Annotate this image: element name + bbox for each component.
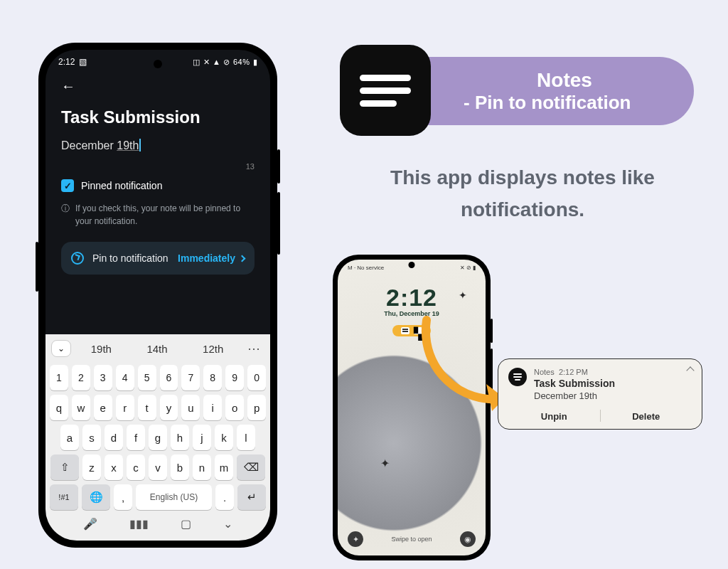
wifi-icon: ▲	[213, 58, 220, 66]
backspace-key[interactable]: ⌫	[237, 454, 265, 480]
key-q[interactable]: q	[50, 395, 68, 420]
mic-icon[interactable]: 🎤	[83, 517, 97, 531]
notif-time: 2:12 PM	[559, 368, 588, 376]
period-key[interactable]: .	[215, 484, 234, 510]
key-w[interactable]: w	[72, 395, 90, 420]
nav-home-icon[interactable]: ▢	[181, 517, 191, 531]
notif-body: December 19th	[534, 390, 692, 401]
key-g[interactable]: g	[149, 425, 167, 450]
phone-mockup-lockscreen: M · No service ✕ ⊘ ▮ 2:12 Thu, December …	[333, 255, 491, 560]
key-t[interactable]: t	[138, 395, 156, 420]
status-app-icon: ▧	[79, 57, 87, 67]
notif-app-name: Notes	[534, 368, 555, 376]
key-n[interactable]: n	[193, 454, 211, 480]
key-a[interactable]: a	[60, 425, 79, 450]
keyboard-hide-icon[interactable]: ⌄	[223, 517, 232, 531]
key-0[interactable]: 0	[247, 365, 266, 390]
header-pill: Notes - Pin to notification	[395, 57, 694, 125]
key-row-1: qwertyuiop	[46, 393, 270, 422]
key-o[interactable]: o	[225, 395, 244, 420]
nav-recents-icon[interactable]: ▮▮▮	[129, 517, 149, 531]
battery-text: 64%	[233, 58, 250, 66]
pinned-helper-text: If you check this, your note will be pin…	[75, 202, 255, 228]
shift-key[interactable]: ⇧	[50, 454, 79, 480]
unpin-button[interactable]: Unpin	[508, 410, 600, 422]
lock-time: 2:12	[338, 284, 486, 312]
pin-to-notification-row[interactable]: Pin to notification Immediately	[61, 242, 255, 275]
key-d[interactable]: d	[105, 425, 123, 450]
note-title-input[interactable]: Task Submission	[61, 107, 255, 127]
info-icon: ⓘ	[61, 202, 70, 228]
notif-app-icon	[508, 368, 527, 386]
space-key[interactable]: English (US)	[136, 484, 212, 510]
char-count: 13	[61, 162, 255, 171]
key-row-numbers: 1234567890	[46, 363, 270, 393]
header-title: Notes	[464, 69, 694, 92]
key-6[interactable]: 6	[160, 365, 178, 390]
key-e[interactable]: e	[94, 395, 112, 420]
sparkle-icon: ✦	[380, 457, 390, 470]
lock-status-icons: ✕ ⊘ ▮	[460, 265, 476, 271]
suggestion-3[interactable]: 12th	[187, 343, 239, 355]
suggestions-more-icon[interactable]: ⋯	[243, 341, 264, 356]
comma-key[interactable]: ,	[114, 484, 132, 510]
status-time: 2:12	[58, 57, 75, 67]
key-row-2: asdfghjkl	[46, 422, 270, 452]
phone-mockup-editor: 2:12 ▧ ◫ ✕ ▲ ⊘ 64% ▮ ← Task Submission D…	[38, 43, 277, 548]
key-1[interactable]: 1	[50, 365, 68, 390]
key-r[interactable]: r	[116, 395, 134, 420]
key-j[interactable]: j	[193, 425, 211, 450]
key-7[interactable]: 7	[181, 365, 200, 390]
notif-title: Task Submission	[534, 378, 692, 389]
mute-icon: ✕	[203, 58, 210, 67]
key-9[interactable]: 9	[225, 365, 244, 390]
key-h[interactable]: h	[171, 425, 189, 450]
delete-button[interactable]: Delete	[601, 410, 692, 422]
pin-row-value: Immediately	[178, 252, 235, 264]
key-s[interactable]: s	[82, 425, 101, 450]
tagline-text: This app displays notes like notificatio…	[355, 162, 690, 226]
symbols-key[interactable]: !#1	[50, 484, 78, 510]
clock-icon	[71, 252, 84, 265]
key-f[interactable]: f	[127, 425, 145, 450]
camera-button[interactable]: ◉	[460, 531, 476, 547]
key-l[interactable]: l	[237, 425, 255, 450]
key-k[interactable]: k	[215, 425, 233, 450]
pinned-checkbox-label: Pinned notification	[81, 180, 162, 191]
lockscreen-notif-chip[interactable]: ▚	[392, 325, 431, 336]
pin-row-label: Pin to notification	[92, 252, 169, 264]
key-5[interactable]: 5	[138, 365, 156, 390]
header-subtitle: - Pin to notification	[464, 92, 694, 114]
lock-date: Thu, December 19	[338, 310, 486, 317]
key-c[interactable]: c	[127, 454, 145, 480]
key-v[interactable]: v	[149, 454, 167, 480]
notification-card[interactable]: Notes 2:12 PM Task Submission December 1…	[498, 358, 702, 430]
soft-keyboard[interactable]: ⌄ 19th 14th 12th ⋯ 1234567890 qwertyuiop…	[46, 334, 270, 541]
key-4[interactable]: 4	[116, 365, 134, 390]
enter-key[interactable]: ↵	[237, 484, 266, 510]
back-arrow-icon[interactable]: ←	[61, 78, 75, 94]
suggestion-2[interactable]: 14th	[132, 343, 183, 355]
key-i[interactable]: i	[203, 395, 222, 420]
flashlight-button[interactable]: ✦	[348, 531, 363, 547]
dnd-icon: ⊘	[223, 58, 230, 67]
suggestion-1[interactable]: 19th	[75, 343, 127, 355]
key-2[interactable]: 2	[72, 365, 90, 390]
key-z[interactable]: z	[82, 454, 101, 480]
key-row-3: ⇧ zxcvbnm ⌫	[46, 452, 270, 482]
globe-key[interactable]: 🌐	[82, 484, 110, 510]
key-u[interactable]: u	[181, 395, 200, 420]
note-body-input[interactable]: December 19th	[61, 139, 255, 152]
key-y[interactable]: y	[160, 395, 178, 420]
key-b[interactable]: b	[171, 454, 189, 480]
notes-mini-icon	[401, 327, 410, 334]
key-x[interactable]: x	[105, 454, 123, 480]
key-3[interactable]: 3	[94, 365, 112, 390]
key-m[interactable]: m	[215, 454, 233, 480]
pinned-checkbox[interactable]: ✓	[61, 179, 74, 192]
key-p[interactable]: p	[247, 395, 266, 420]
keyboard-toolbar-button[interactable]: ⌄	[51, 340, 71, 357]
key-8[interactable]: 8	[203, 365, 222, 390]
app-icon	[340, 45, 431, 136]
lock-carrier: M · No service	[348, 265, 384, 271]
